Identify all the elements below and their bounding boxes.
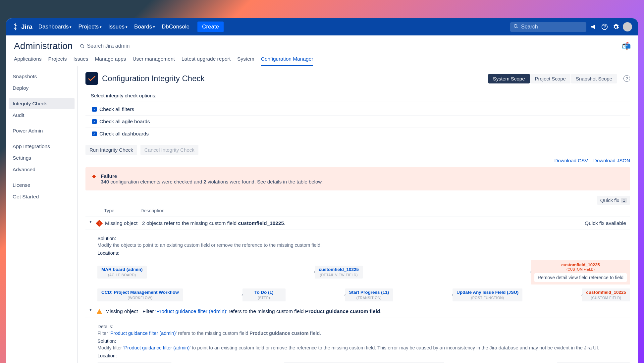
- sidebar: SnapshotsDeployIntegrity CheckAuditPower…: [6, 66, 78, 363]
- page-title: Configuration Integrity Check: [102, 74, 205, 83]
- sidebar-item-advanced[interactable]: Advanced: [9, 164, 75, 175]
- scope-project-scope[interactable]: Project Scope: [530, 74, 570, 83]
- sidebar-item-settings[interactable]: Settings: [9, 152, 75, 164]
- cancel-integrity-check-button: Cancel Integrity Check: [140, 145, 198, 155]
- svg-line-4: [83, 47, 84, 48]
- location-pill[interactable]: MAR board (admin)(AGILE BOARD): [97, 266, 147, 279]
- svg-point-0: [514, 24, 517, 27]
- check-option[interactable]: ✓Check all filters: [85, 103, 630, 116]
- issue-row[interactable]: ▸!Missing object2 objects refer to the m…: [85, 217, 630, 230]
- options-label: Select integrity check options:: [91, 93, 630, 101]
- integrity-check-icon: [85, 72, 98, 85]
- fix-action-button[interactable]: Remove detail view field reference to fi…: [534, 273, 627, 282]
- notification-icon[interactable]: 📬: [622, 42, 631, 51]
- failure-icon: ◆: [92, 173, 96, 184]
- admin-tab-system[interactable]: System: [237, 56, 254, 66]
- failure-body: 340 configuration elements were checked …: [101, 179, 323, 184]
- nav-dashboards[interactable]: Dashboards▾: [35, 24, 75, 30]
- warning-icon: !: [97, 309, 102, 314]
- nav-dbconsole[interactable]: DbConsole: [158, 24, 193, 30]
- issue-detail: Details:Filter 'Product guidance filter …: [85, 318, 630, 363]
- svg-point-3: [80, 44, 83, 47]
- admin-header: Administration Search Jira admin: [6, 35, 638, 51]
- scope-snapshot-scope[interactable]: Snapshot Scope: [571, 74, 617, 83]
- scope-system-scope[interactable]: System Scope: [488, 74, 530, 83]
- sidebar-item-license[interactable]: License: [9, 180, 75, 191]
- nav-issues[interactable]: Issues▾: [105, 24, 131, 30]
- sidebar-item-audit[interactable]: Audit: [9, 110, 75, 121]
- sidebar-item-app-integrations[interactable]: App Integrations: [9, 141, 75, 152]
- create-button[interactable]: Create: [197, 22, 224, 32]
- sidebar-item-snapshots[interactable]: Snapshots: [9, 71, 75, 82]
- admin-tab-issues[interactable]: Issues: [74, 56, 88, 66]
- admin-search[interactable]: Search Jira admin: [80, 43, 130, 49]
- main-content: Configuration Integrity Check System Sco…: [78, 66, 638, 363]
- jira-logo[interactable]: Jira: [12, 23, 32, 30]
- fix-box: customfield_10225(CUSTOM FIELD)Remove de…: [531, 260, 630, 285]
- scope-selector: System ScopeProject ScopeSnapshot Scope: [488, 74, 617, 83]
- issue-detail: Solution:Modify the objects to point to …: [85, 230, 630, 305]
- sidebar-item-deploy[interactable]: Deploy: [9, 82, 75, 94]
- run-integrity-check-button[interactable]: Run Integrity Check: [85, 145, 137, 155]
- nav-boards[interactable]: Boards▾: [131, 24, 158, 30]
- issue-row[interactable]: ▸!Missing objectFilter 'Product guidance…: [85, 305, 630, 318]
- admin-tab-projects[interactable]: Projects: [48, 56, 67, 66]
- chevron-down-icon[interactable]: ▸: [88, 309, 93, 314]
- svg-line-1: [516, 27, 517, 28]
- checkbox-icon[interactable]: ✓: [92, 107, 97, 112]
- column-description: Description: [140, 208, 165, 213]
- quick-fix-button[interactable]: Quick fix 1: [597, 196, 630, 205]
- checkbox-icon[interactable]: ✓: [92, 119, 97, 124]
- global-search[interactable]: Search: [510, 22, 586, 32]
- search-placeholder: Search: [521, 24, 538, 30]
- location-pill[interactable]: Update Any Issue Field (JSU)(POST FUNCTI…: [453, 288, 522, 301]
- admin-tabs: ApplicationsProjectsIssuesManage appsUse…: [6, 51, 638, 66]
- sidebar-item-get-started[interactable]: Get Started: [9, 191, 75, 202]
- check-option[interactable]: ✓Check all agile boards: [85, 116, 630, 128]
- column-type: Type: [104, 208, 140, 213]
- table-header: Type Description: [85, 205, 630, 217]
- checkbox-icon[interactable]: ✓: [92, 131, 97, 136]
- sidebar-item-integrity-check[interactable]: Integrity Check: [9, 98, 75, 109]
- nav-projects[interactable]: Projects▾: [75, 24, 105, 30]
- settings-icon[interactable]: [612, 23, 620, 31]
- admin-tab-latest-upgrade-report[interactable]: Latest upgrade report: [182, 56, 231, 66]
- scope-help-icon[interactable]: ?: [623, 75, 630, 82]
- quick-fix-count: 1: [621, 198, 627, 203]
- whats-new-icon[interactable]: [589, 23, 598, 31]
- help-icon[interactable]: [600, 23, 609, 31]
- sidebar-item-power-admin[interactable]: Power Admin: [9, 125, 75, 136]
- user-avatar[interactable]: [623, 22, 632, 31]
- admin-tab-user-management[interactable]: User management: [133, 56, 175, 66]
- chevron-down-icon[interactable]: ▸: [88, 221, 93, 226]
- download-csv-link[interactable]: Download CSV: [554, 158, 588, 163]
- location-pill[interactable]: customfield_10225(DETAIL VIEW FIELD): [315, 266, 363, 279]
- failure-title: Failure: [101, 173, 323, 179]
- brand-text: Jira: [21, 23, 32, 30]
- location-pill[interactable]: CCD: Project Management Workflow(WORKFLO…: [97, 288, 183, 301]
- failure-banner: ◆ Failure 340 configuration elements wer…: [85, 167, 630, 190]
- admin-tab-configuration-manager[interactable]: Configuration Manager: [261, 56, 313, 66]
- location-pill[interactable]: To Do (1)(STEP): [242, 288, 286, 301]
- search-icon: [513, 24, 518, 30]
- download-json-link[interactable]: Download JSON: [593, 158, 630, 163]
- admin-title: Administration: [14, 41, 73, 51]
- location-pill[interactable]: customfield_10225(CUSTOM FIELD): [582, 288, 630, 301]
- check-option[interactable]: ✓Check all dashboards: [85, 128, 630, 140]
- top-nav: Jira Dashboards▾Projects▾Issues▾Boards▾D…: [6, 18, 638, 35]
- error-icon: !: [96, 220, 103, 227]
- location-pill[interactable]: Start Progress (11)(TRANSITION): [345, 288, 393, 301]
- admin-tab-applications[interactable]: Applications: [14, 56, 42, 66]
- admin-tab-manage-apps[interactable]: Manage apps: [95, 56, 126, 66]
